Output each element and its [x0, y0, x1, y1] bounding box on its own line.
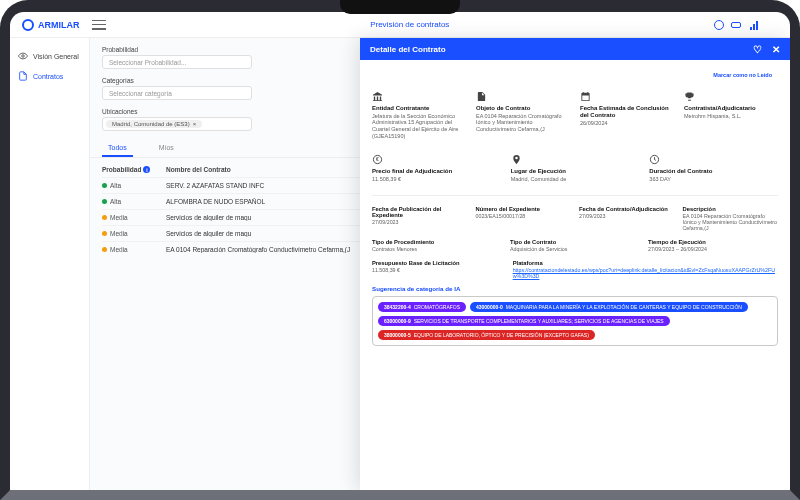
- detail-title: Detalle del Contrato: [370, 45, 446, 54]
- page-title: Previsión de contratos: [370, 20, 449, 29]
- calendar-icon: [580, 90, 674, 102]
- tab-todos[interactable]: Todos: [102, 141, 133, 157]
- sidebar-overview-label: Visión General: [33, 53, 79, 60]
- brand-logo-icon: [22, 19, 34, 31]
- brand: ARMILAR: [22, 19, 80, 31]
- probability-input[interactable]: Seleccionar Probabilidad...: [102, 55, 252, 69]
- prob-dot-icon: [102, 199, 107, 204]
- cell-place: Lugar de Ejecución Madrid, Comunidad de: [511, 153, 640, 182]
- cell-object: Objeto de Contrato EA 0104 Reparación Cr…: [476, 90, 570, 139]
- suggestion-title: Sugerencia de categoría de IA: [372, 285, 778, 292]
- meta-row-1: Fecha de Publicación del Expediente27/09…: [372, 206, 778, 231]
- apps-grid-icon[interactable]: [766, 19, 778, 31]
- cell-contractor: Contratista/Adjudicatario Metrohm Hispan…: [684, 90, 778, 139]
- clock-icon: [649, 153, 778, 165]
- detail-grid-bottom: € Precio final de Adjudicación 11.508,39…: [372, 153, 778, 182]
- topbar-icons: [714, 19, 778, 31]
- sidebar-contracts-label: Contratos: [33, 73, 63, 80]
- tab-mios[interactable]: Míos: [153, 141, 180, 157]
- print-icon[interactable]: [730, 19, 742, 31]
- file-icon: [476, 90, 570, 102]
- categories-input[interactable]: Seleccionar categoría: [102, 86, 252, 100]
- svg-point-0: [22, 55, 25, 58]
- tag[interactable]: 38432200-4CROMATÓGRAFOS: [378, 302, 466, 312]
- prob-dot-icon: [102, 183, 107, 188]
- tag[interactable]: 38000000-5EQUIPO DE LABORATORIO, ÓPTICO …: [378, 330, 595, 340]
- favorite-icon[interactable]: ♡: [753, 44, 762, 55]
- platform-link[interactable]: https://contrataciondelestado.es/wps/poc…: [513, 267, 778, 279]
- document-icon: [18, 71, 28, 81]
- tag[interactable]: 63000000-9SERVICIOS DE TRANSPORTE COMPLE…: [378, 316, 670, 326]
- coin-icon: €: [372, 153, 501, 165]
- cell-estimated-date: Fecha Estimada de Conclusión del Contrat…: [580, 90, 674, 139]
- trophy-icon: [684, 90, 778, 102]
- col-probability: Probabilidadi: [102, 166, 158, 173]
- prob-dot-icon: [102, 247, 107, 252]
- prob-dot-icon: [102, 231, 107, 236]
- meta-row-2: Tipo de ProcedimientoContratos Menores T…: [372, 239, 778, 252]
- tagbox: 38432200-4CROMATÓGRAFOS 43000000-0MAQUIN…: [372, 296, 778, 346]
- detail-panel: Detalle del Contrato ♡ ✕ Marcar como no …: [360, 38, 790, 490]
- topbar: ARMILAR Previsión de contratos: [10, 12, 790, 38]
- sidebar: Visión General Contratos: [10, 38, 90, 490]
- locations-input[interactable]: Madrid, Comunidad de (ES3)×: [102, 117, 252, 131]
- info-icon[interactable]: i: [143, 166, 150, 173]
- eye-icon: [18, 51, 28, 61]
- location-chip[interactable]: Madrid, Comunidad de (ES3)×: [106, 120, 202, 128]
- cell-duration: Duración del Contrato 363 DAY: [649, 153, 778, 182]
- help-icon[interactable]: [714, 20, 724, 30]
- pin-icon: [511, 153, 640, 165]
- prob-dot-icon: [102, 215, 107, 220]
- bank-icon: [372, 90, 466, 102]
- cell-entity: Entidad Contratante Jefatura de la Secci…: [372, 90, 466, 139]
- detail-header: Detalle del Contrato ♡ ✕: [360, 38, 790, 60]
- cell-price: € Precio final de Adjudicación 11.508,39…: [372, 153, 501, 182]
- meta-row-3: Presupuesto Base de Licitación11.508,39 …: [372, 260, 778, 279]
- tag[interactable]: 43000000-0MAQUINARIA PARA LA MINERÍA Y L…: [470, 302, 748, 312]
- sidebar-item-contracts[interactable]: Contratos: [10, 66, 89, 86]
- detail-body: Marcar como no Leído Entidad Contratante…: [360, 60, 790, 490]
- sidebar-item-overview[interactable]: Visión General: [10, 46, 89, 66]
- svg-text:€: €: [376, 156, 379, 162]
- mark-unread-button[interactable]: Marcar como no Leído: [707, 70, 778, 80]
- close-icon[interactable]: ✕: [772, 44, 780, 55]
- detail-grid-top: Entidad Contratante Jefatura de la Secci…: [372, 90, 778, 139]
- chip-close-icon[interactable]: ×: [193, 121, 197, 127]
- col-name: Nombre del Contrato: [166, 166, 231, 173]
- brand-text: ARMILAR: [38, 20, 80, 30]
- hamburger-icon[interactable]: [92, 20, 106, 30]
- chart-icon[interactable]: [748, 20, 760, 30]
